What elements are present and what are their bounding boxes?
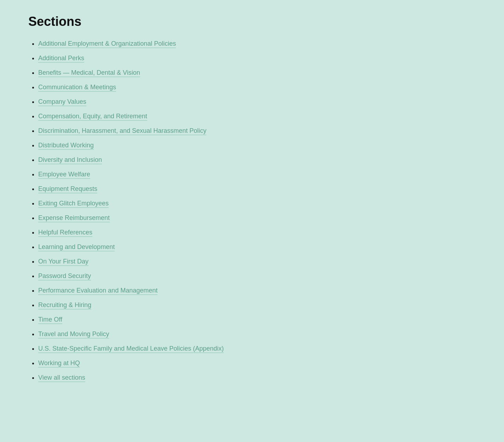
link-discrimination[interactable]: Discrimination, Harassment, and Sexual H… — [38, 127, 206, 135]
list-item: Discrimination, Harassment, and Sexual H… — [38, 126, 290, 136]
list-item: Travel and Moving Policy — [38, 329, 290, 339]
page-title: Sections — [28, 14, 290, 29]
list-item: Benefits — Medical, Dental & Vision — [38, 68, 290, 78]
link-time-off[interactable]: Time Off — [38, 316, 62, 324]
list-item: Employee Welfare — [38, 170, 290, 179]
list-item: Time Off — [38, 315, 290, 324]
link-expense-reimbursement[interactable]: Expense Reimbursement — [38, 214, 110, 222]
list-item: Equipment Requests — [38, 184, 290, 194]
link-company-values[interactable]: Company Values — [38, 98, 86, 106]
link-performance-evaluation[interactable]: Performance Evaluation and Management — [38, 287, 158, 295]
sections-list: Additional Employment & Organizational P… — [28, 39, 290, 382]
list-item: View all sections — [38, 373, 290, 382]
list-item: Expense Reimbursement — [38, 213, 290, 223]
list-item: Password Security — [38, 271, 290, 281]
link-exiting-glitch[interactable]: Exiting Glitch Employees — [38, 200, 109, 208]
link-recruiting-hiring[interactable]: Recruiting & Hiring — [38, 301, 91, 310]
list-item: Diversity and Inclusion — [38, 155, 290, 165]
list-item: Performance Evaluation and Management — [38, 286, 290, 295]
list-item: Additional Perks — [38, 53, 290, 63]
link-view-all-sections[interactable]: View all sections — [38, 374, 85, 382]
list-item: Compensation, Equity, and Retirement — [38, 112, 290, 121]
list-item: Communication & Meetings — [38, 83, 290, 92]
list-item: Helpful References — [38, 228, 290, 237]
link-learning-development[interactable]: Learning and Development — [38, 243, 115, 251]
link-password-security[interactable]: Password Security — [38, 272, 91, 280]
link-distributed-working[interactable]: Distributed Working — [38, 142, 94, 150]
link-employee-welfare[interactable]: Employee Welfare — [38, 171, 90, 179]
link-us-state-specific[interactable]: U.S. State-Specific Family and Medical L… — [38, 345, 224, 353]
list-item: Working at HQ — [38, 358, 290, 368]
main-container: Sections Additional Employment & Organiz… — [0, 0, 319, 402]
list-item: Additional Employment & Organizational P… — [38, 39, 290, 49]
link-working-at-hq[interactable]: Working at HQ — [38, 359, 80, 368]
list-item: Distributed Working — [38, 141, 290, 150]
list-item: Exiting Glitch Employees — [38, 199, 290, 208]
link-communication-meetings[interactable]: Communication & Meetings — [38, 84, 116, 92]
link-benefits[interactable]: Benefits — Medical, Dental & Vision — [38, 69, 140, 77]
link-travel-moving[interactable]: Travel and Moving Policy — [38, 330, 109, 339]
list-item: U.S. State-Specific Family and Medical L… — [38, 344, 290, 353]
list-item: Company Values — [38, 97, 290, 107]
link-additional-perks[interactable]: Additional Perks — [38, 55, 84, 63]
link-helpful-references[interactable]: Helpful References — [38, 229, 92, 237]
link-diversity[interactable]: Diversity and Inclusion — [38, 156, 102, 164]
link-equipment-requests[interactable]: Equipment Requests — [38, 185, 97, 193]
list-item: On Your First Day — [38, 257, 290, 266]
link-compensation[interactable]: Compensation, Equity, and Retirement — [38, 113, 147, 121]
link-on-your-first-day[interactable]: On Your First Day — [38, 258, 88, 266]
list-item: Recruiting & Hiring — [38, 300, 290, 310]
list-item: Learning and Development — [38, 242, 290, 252]
link-additional-employment[interactable]: Additional Employment & Organizational P… — [38, 40, 176, 48]
